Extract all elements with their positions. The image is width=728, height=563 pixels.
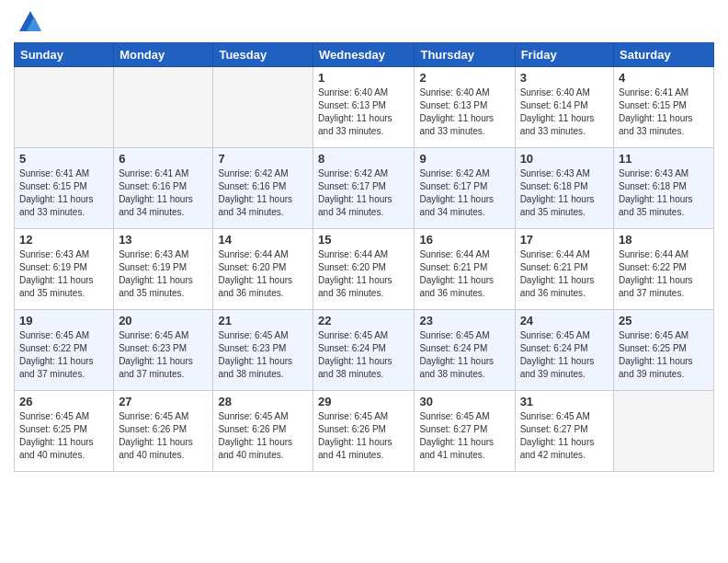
calendar: SundayMondayTuesdayWednesdayThursdayFrid… (14, 42, 714, 472)
day-number-4: 4 (619, 71, 709, 85)
day-cell-6: 6Sunrise: 6:41 AM Sunset: 6:16 PM Daylig… (114, 148, 213, 229)
day-info-6: Sunrise: 6:41 AM Sunset: 6:16 PM Dayligh… (119, 167, 208, 219)
day-info-4: Sunrise: 6:41 AM Sunset: 6:15 PM Dayligh… (619, 86, 709, 138)
day-number-3: 3 (520, 71, 609, 85)
day-info-8: Sunrise: 6:42 AM Sunset: 6:17 PM Dayligh… (318, 167, 409, 219)
day-cell-19: 19Sunrise: 6:45 AM Sunset: 6:22 PM Dayli… (15, 310, 114, 391)
week-row-1: 1Sunrise: 6:40 AM Sunset: 6:13 PM Daylig… (15, 67, 714, 148)
day-cell-9: 9Sunrise: 6:42 AM Sunset: 6:17 PM Daylig… (415, 148, 515, 229)
day-info-12: Sunrise: 6:43 AM Sunset: 6:19 PM Dayligh… (19, 248, 108, 300)
weekday-header-row: SundayMondayTuesdayWednesdayThursdayFrid… (15, 43, 714, 67)
week-row-3: 12Sunrise: 6:43 AM Sunset: 6:19 PM Dayli… (15, 229, 714, 310)
week-row-5: 26Sunrise: 6:45 AM Sunset: 6:25 PM Dayli… (15, 391, 714, 472)
day-number-20: 20 (119, 314, 208, 327)
day-cell-5: 5Sunrise: 6:41 AM Sunset: 6:15 PM Daylig… (15, 148, 114, 229)
day-cell-22: 22Sunrise: 6:45 AM Sunset: 6:24 PM Dayli… (313, 310, 415, 391)
day-number-9: 9 (419, 152, 509, 166)
day-cell-4: 4Sunrise: 6:41 AM Sunset: 6:15 PM Daylig… (614, 67, 714, 148)
day-info-17: Sunrise: 6:44 AM Sunset: 6:21 PM Dayligh… (520, 248, 609, 300)
day-number-19: 19 (19, 314, 108, 327)
day-info-20: Sunrise: 6:45 AM Sunset: 6:23 PM Dayligh… (119, 329, 208, 381)
day-cell-7: 7Sunrise: 6:42 AM Sunset: 6:16 PM Daylig… (213, 148, 313, 229)
day-cell-2: 2Sunrise: 6:40 AM Sunset: 6:13 PM Daylig… (415, 67, 515, 148)
day-info-21: Sunrise: 6:45 AM Sunset: 6:23 PM Dayligh… (218, 329, 308, 381)
day-info-11: Sunrise: 6:43 AM Sunset: 6:18 PM Dayligh… (619, 167, 709, 219)
day-info-1: Sunrise: 6:40 AM Sunset: 6:13 PM Dayligh… (318, 86, 409, 138)
day-info-14: Sunrise: 6:44 AM Sunset: 6:20 PM Dayligh… (218, 248, 308, 300)
day-number-10: 10 (520, 152, 609, 166)
day-cell-29: 29Sunrise: 6:45 AM Sunset: 6:26 PM Dayli… (313, 391, 415, 472)
day-cell-26: 26Sunrise: 6:45 AM Sunset: 6:25 PM Dayli… (15, 391, 114, 472)
day-number-22: 22 (318, 314, 409, 327)
day-cell-24: 24Sunrise: 6:45 AM Sunset: 6:24 PM Dayli… (515, 310, 613, 391)
day-number-16: 16 (419, 233, 509, 247)
day-number-18: 18 (619, 233, 709, 247)
day-cell-13: 13Sunrise: 6:43 AM Sunset: 6:19 PM Dayli… (114, 229, 213, 310)
day-info-22: Sunrise: 6:45 AM Sunset: 6:24 PM Dayligh… (318, 329, 409, 381)
day-number-23: 23 (419, 314, 509, 327)
day-number-11: 11 (619, 152, 709, 166)
day-cell-8: 8Sunrise: 6:42 AM Sunset: 6:17 PM Daylig… (313, 148, 415, 229)
day-number-12: 12 (19, 233, 108, 247)
day-cell-3: 3Sunrise: 6:40 AM Sunset: 6:14 PM Daylig… (515, 67, 613, 148)
day-cell-31: 31Sunrise: 6:45 AM Sunset: 6:27 PM Dayli… (515, 391, 613, 472)
day-number-29: 29 (318, 395, 409, 408)
day-cell-21: 21Sunrise: 6:45 AM Sunset: 6:23 PM Dayli… (213, 310, 313, 391)
day-cell-25: 25Sunrise: 6:45 AM Sunset: 6:25 PM Dayli… (614, 310, 714, 391)
day-info-2: Sunrise: 6:40 AM Sunset: 6:13 PM Dayligh… (419, 86, 509, 138)
day-cell-20: 20Sunrise: 6:45 AM Sunset: 6:23 PM Dayli… (114, 310, 213, 391)
day-number-17: 17 (520, 233, 609, 247)
day-info-31: Sunrise: 6:45 AM Sunset: 6:27 PM Dayligh… (520, 410, 609, 462)
day-cell-11: 11Sunrise: 6:43 AM Sunset: 6:18 PM Dayli… (614, 148, 714, 229)
day-info-24: Sunrise: 6:45 AM Sunset: 6:24 PM Dayligh… (520, 329, 609, 381)
day-cell-12: 12Sunrise: 6:43 AM Sunset: 6:19 PM Dayli… (15, 229, 114, 310)
day-info-26: Sunrise: 6:45 AM Sunset: 6:25 PM Dayligh… (19, 410, 108, 462)
day-info-3: Sunrise: 6:40 AM Sunset: 6:14 PM Dayligh… (520, 86, 609, 138)
day-cell-16: 16Sunrise: 6:44 AM Sunset: 6:21 PM Dayli… (415, 229, 515, 310)
day-number-15: 15 (318, 233, 409, 247)
day-cell-14: 14Sunrise: 6:44 AM Sunset: 6:20 PM Dayli… (213, 229, 313, 310)
day-info-18: Sunrise: 6:44 AM Sunset: 6:22 PM Dayligh… (619, 248, 709, 300)
day-number-1: 1 (318, 71, 409, 85)
day-info-28: Sunrise: 6:45 AM Sunset: 6:26 PM Dayligh… (218, 410, 308, 462)
day-info-7: Sunrise: 6:42 AM Sunset: 6:16 PM Dayligh… (218, 167, 308, 219)
empty-cell (614, 391, 714, 472)
day-info-27: Sunrise: 6:45 AM Sunset: 6:26 PM Dayligh… (119, 410, 208, 462)
day-number-30: 30 (419, 395, 509, 408)
day-number-14: 14 (218, 233, 308, 247)
day-number-21: 21 (218, 314, 308, 327)
day-number-28: 28 (218, 395, 308, 408)
empty-cell (114, 67, 213, 148)
day-cell-18: 18Sunrise: 6:44 AM Sunset: 6:22 PM Dayli… (614, 229, 714, 310)
header (14, 9, 714, 35)
day-cell-1: 1Sunrise: 6:40 AM Sunset: 6:13 PM Daylig… (313, 67, 415, 148)
day-number-26: 26 (19, 395, 108, 408)
day-number-13: 13 (119, 233, 208, 247)
day-info-10: Sunrise: 6:43 AM Sunset: 6:18 PM Dayligh… (520, 167, 609, 219)
day-cell-30: 30Sunrise: 6:45 AM Sunset: 6:27 PM Dayli… (415, 391, 515, 472)
page: SundayMondayTuesdayWednesdayThursdayFrid… (0, 0, 728, 563)
day-info-16: Sunrise: 6:44 AM Sunset: 6:21 PM Dayligh… (419, 248, 509, 300)
day-info-5: Sunrise: 6:41 AM Sunset: 6:15 PM Dayligh… (19, 167, 108, 219)
week-row-4: 19Sunrise: 6:45 AM Sunset: 6:22 PM Dayli… (15, 310, 714, 391)
logo (14, 9, 43, 35)
day-number-24: 24 (520, 314, 609, 327)
day-info-29: Sunrise: 6:45 AM Sunset: 6:26 PM Dayligh… (318, 410, 409, 462)
weekday-header-tuesday: Tuesday (213, 43, 313, 67)
day-info-15: Sunrise: 6:44 AM Sunset: 6:20 PM Dayligh… (318, 248, 409, 300)
day-info-23: Sunrise: 6:45 AM Sunset: 6:24 PM Dayligh… (419, 329, 509, 381)
day-number-31: 31 (520, 395, 609, 408)
day-number-8: 8 (318, 152, 409, 166)
weekday-header-friday: Friday (515, 43, 613, 67)
day-number-27: 27 (119, 395, 208, 408)
day-cell-15: 15Sunrise: 6:44 AM Sunset: 6:20 PM Dayli… (313, 229, 415, 310)
day-info-25: Sunrise: 6:45 AM Sunset: 6:25 PM Dayligh… (619, 329, 709, 381)
day-number-7: 7 (218, 152, 308, 166)
day-cell-28: 28Sunrise: 6:45 AM Sunset: 6:26 PM Dayli… (213, 391, 313, 472)
weekday-header-sunday: Sunday (15, 43, 114, 67)
day-cell-17: 17Sunrise: 6:44 AM Sunset: 6:21 PM Dayli… (515, 229, 613, 310)
day-cell-10: 10Sunrise: 6:43 AM Sunset: 6:18 PM Dayli… (515, 148, 613, 229)
logo-icon (17, 9, 43, 35)
day-number-6: 6 (119, 152, 208, 166)
day-info-19: Sunrise: 6:45 AM Sunset: 6:22 PM Dayligh… (19, 329, 108, 381)
